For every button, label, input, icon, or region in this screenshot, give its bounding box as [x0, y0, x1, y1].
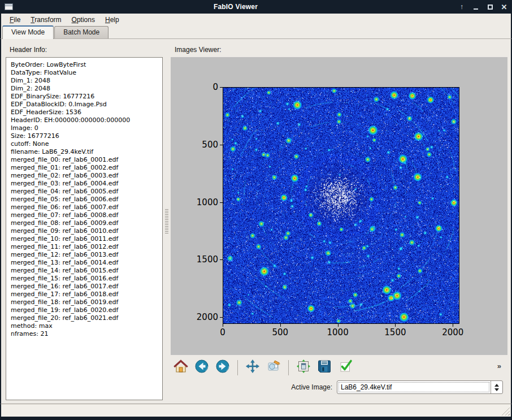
pan-button[interactable]: [245, 359, 261, 376]
window-icon[interactable]: [5, 3, 13, 10]
header-line: merged_file_12: ref_lab6_0013.edf: [11, 251, 160, 259]
window-bottom-border: [0, 417, 512, 420]
configure-subplots-button[interactable]: [296, 359, 311, 376]
home-icon: [173, 359, 188, 376]
matplotlib-toolbar: »: [171, 357, 507, 378]
tab-view-mode[interactable]: View Mode: [2, 25, 54, 39]
header-line: merged_file_13: ref_lab6_0014.edf: [11, 259, 160, 267]
combobox-spinner[interactable]: [491, 381, 502, 393]
header-line: merged_file_09: ref_lab6_0010.edf: [11, 227, 160, 235]
save-icon: [317, 359, 332, 376]
forward-button[interactable]: [215, 359, 231, 376]
header-line: Size: 16777216: [11, 132, 160, 140]
menu-file[interactable]: File: [5, 15, 25, 25]
header-line: merged_file_20: ref_lab6_0021.edf: [11, 314, 160, 322]
toolbar-overflow-button[interactable]: »: [497, 362, 501, 370]
x-tick-mark: [453, 324, 453, 327]
resize-grip-icon[interactable]: [501, 407, 510, 415]
header-line: HeaderID: EH:000000:000000:000000: [11, 116, 160, 124]
title-bar: FabIO Viewer ↑ ✕: [0, 0, 512, 14]
customize-button[interactable]: [337, 359, 353, 376]
header-line: filename: LaB6_29.4keV.tif: [11, 148, 160, 156]
header-info-textbox[interactable]: ByteOrder: LowByteFirstDataType: FloatVa…: [6, 57, 163, 400]
y-tick-label: 0: [212, 82, 218, 92]
toolbar-separator: [288, 360, 289, 375]
header-line: merged_file_15: ref_lab6_0016.edf: [11, 275, 160, 283]
header-line: merged_file_03: ref_lab6_0004.edf: [11, 180, 160, 188]
header-line: merged_file_19: ref_lab6_0020.edf: [11, 306, 160, 314]
x-tick-label: 1000: [327, 327, 349, 337]
images-viewer-label: Images Viewer:: [175, 46, 507, 54]
header-line: merged_file_04: ref_lab6_0005.edf: [11, 188, 160, 196]
rollup-icon[interactable]: ↑: [458, 3, 465, 11]
active-image-row: Active Image: LaB6_29.4keV.tif: [171, 378, 507, 396]
y-tick-mark: [220, 87, 223, 88]
y-tick-mark: [220, 317, 223, 318]
panel-splitter[interactable]: [163, 42, 171, 400]
header-line: EDF_DataBlockID: 0.Image.Psd: [11, 101, 160, 109]
header-panel: Header Info: ByteOrder: LowByteFirstData…: [6, 42, 163, 400]
active-image-label: Active Image:: [291, 383, 332, 391]
header-line: method: max: [11, 322, 160, 330]
active-image-combobox[interactable]: LaB6_29.4keV.tif: [337, 380, 503, 394]
header-line: cutoff: None: [11, 140, 160, 148]
maximize-icon[interactable]: [487, 3, 493, 11]
header-line: merged_file_07: ref_lab6_0008.edf: [11, 211, 160, 219]
active-image-value[interactable]: LaB6_29.4keV.tif: [337, 381, 491, 393]
forward-icon: [215, 359, 230, 376]
header-line: Dim_1: 2048: [11, 77, 160, 85]
status-bar: [0, 404, 512, 417]
subplots-icon: [296, 359, 311, 376]
menu-bar: FileTransformOptionsHelp: [0, 14, 512, 25]
y-tick-label: 1000: [197, 197, 218, 207]
x-tick-mark: [338, 324, 339, 327]
pan-icon: [245, 359, 260, 376]
menu-options[interactable]: Options: [67, 15, 100, 25]
header-line: merged_file_05: ref_lab6_0006.edf: [11, 196, 160, 203]
close-icon[interactable]: ✕: [501, 3, 507, 11]
header-info-label: Header Info:: [10, 46, 163, 54]
x-tick-label: 2000: [442, 327, 463, 337]
tab-bar: View ModeBatch Mode: [0, 25, 512, 38]
diffraction-image[interactable]: [223, 87, 459, 324]
header-line: merged_file_00: ref_lab6_0001.edf: [11, 156, 160, 164]
y-tick-label: 500: [202, 140, 218, 150]
header-line: Dim_2: 2048: [11, 85, 160, 93]
menu-transform[interactable]: Transform: [25, 15, 66, 25]
menu-help[interactable]: Help: [100, 15, 124, 25]
spin-up-icon[interactable]: [494, 384, 499, 387]
y-tick-mark: [220, 259, 223, 260]
y-tick-label: 1500: [197, 254, 218, 265]
header-line: merged_file_08: ref_lab6_0009.edf: [11, 219, 160, 227]
home-button[interactable]: [173, 359, 189, 376]
view-mode-page: Header Info: ByteOrder: LowByteFirstData…: [0, 38, 512, 404]
x-tick-mark: [395, 324, 396, 327]
header-line: DataType: FloatValue: [11, 69, 160, 77]
y-tick-label: 2000: [197, 312, 218, 322]
header-line: merged_file_02: ref_lab6_0003.edf: [11, 172, 160, 180]
images-viewer-panel: Images Viewer: 0500100015002000050010001…: [171, 42, 507, 400]
header-line: EDF_BinarySize: 16777216: [11, 93, 160, 101]
back-button[interactable]: [194, 359, 210, 376]
spin-down-icon[interactable]: [494, 388, 499, 391]
plot-canvas-area: 05001000150020000500100015002000: [171, 57, 507, 355]
splitter-grip-icon[interactable]: [165, 209, 168, 234]
header-line: merged_file_16: ref_lab6_0017.edf: [11, 283, 160, 291]
header-line: merged_file_14: ref_lab6_0015.edf: [11, 267, 160, 275]
header-line: merged_file_18: ref_lab6_0019.edf: [11, 298, 160, 306]
zoom-rect-button[interactable]: [266, 359, 281, 376]
save-figure-button[interactable]: [316, 359, 332, 376]
minimize-icon[interactable]: [472, 3, 479, 11]
y-tick-mark: [220, 145, 223, 145]
header-line: merged_file_10: ref_lab6_0011.edf: [11, 235, 160, 243]
back-icon: [194, 359, 209, 376]
window-title: FabIO Viewer: [13, 3, 458, 11]
header-line: ByteOrder: LowByteFirst: [11, 61, 160, 69]
toolbar-separator: [237, 360, 238, 375]
y-tick-mark: [220, 202, 223, 203]
header-line: merged_file_11: ref_lab6_0012.edf: [11, 243, 160, 251]
x-tick-mark: [223, 324, 223, 327]
zoom-icon: [266, 359, 281, 376]
tab-batch-mode[interactable]: Batch Mode: [54, 26, 109, 38]
header-line: merged_file_06: ref_lab6_0007.edf: [11, 203, 160, 211]
